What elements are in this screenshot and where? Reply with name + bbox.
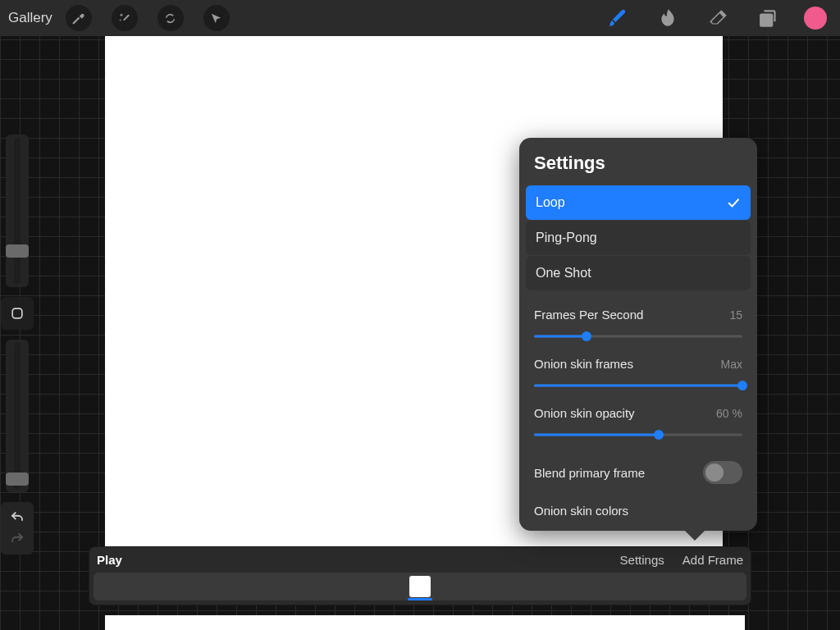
- magic-wand-icon[interactable]: [112, 5, 138, 31]
- toggle-switch[interactable]: [703, 461, 742, 484]
- onion-opacity-slider[interactable]: Onion skin opacity 60 %: [519, 395, 757, 445]
- current-frame-indicator: [408, 598, 432, 600]
- mode-pingpong[interactable]: Ping-Pong: [526, 221, 751, 255]
- animation-bar: Play Settings Add Frame: [89, 546, 751, 605]
- animation-settings-button[interactable]: Settings: [620, 553, 664, 567]
- add-frame-button[interactable]: Add Frame: [682, 553, 743, 567]
- fps-label: Frames Per Second: [534, 308, 643, 322]
- gallery-link[interactable]: Gallery: [8, 10, 52, 26]
- onion-skin-colors-row[interactable]: Onion skin colors: [519, 494, 757, 531]
- canvas-bottom-strip: [105, 615, 745, 630]
- mode-oneshot-label: One Shot: [536, 266, 591, 281]
- top-toolbar: Gallery: [0, 0, 840, 36]
- animation-settings-popover: Settings Loop Ping-Pong One Shot Frames …: [519, 138, 757, 531]
- play-button[interactable]: Play: [97, 553, 122, 567]
- playback-mode-group: Loop Ping-Pong One Shot: [519, 185, 757, 290]
- cursor-icon[interactable]: [203, 5, 230, 31]
- timeline[interactable]: [94, 573, 746, 600]
- blend-primary-toggle[interactable]: Blend primary frame: [519, 451, 757, 494]
- redo-icon[interactable]: [1, 528, 34, 550]
- onion-frames-slider[interactable]: Onion skin frames Max: [519, 346, 757, 395]
- layers-icon[interactable]: [751, 0, 788, 36]
- onion-frames-label: Onion skin frames: [534, 357, 633, 371]
- onion-frames-value: Max: [721, 358, 742, 371]
- fps-value: 15: [729, 308, 742, 322]
- opacity-slider[interactable]: [6, 340, 29, 492]
- blend-primary-label: Blend primary frame: [534, 466, 645, 480]
- undo-redo-group: [1, 502, 34, 555]
- brush-icon[interactable]: [599, 0, 635, 36]
- checkmark-icon: [726, 195, 741, 210]
- popover-title: Settings: [519, 138, 757, 185]
- frame-thumbnail[interactable]: [409, 576, 431, 597]
- modifier-button[interactable]: [1, 297, 34, 330]
- selection-icon[interactable]: [158, 5, 184, 31]
- fps-slider[interactable]: Frames Per Second 15: [519, 298, 757, 346]
- mode-pingpong-label: Ping-Pong: [536, 231, 597, 245]
- brush-size-slider[interactable]: [6, 135, 29, 287]
- color-swatch[interactable]: [804, 7, 827, 30]
- mode-loop-label: Loop: [536, 195, 565, 210]
- onion-opacity-value: 60 %: [716, 407, 742, 420]
- mode-oneshot[interactable]: One Shot: [526, 256, 751, 290]
- undo-icon[interactable]: [1, 507, 34, 528]
- svg-rect-0: [12, 308, 22, 318]
- onion-skin-colors-label: Onion skin colors: [534, 504, 628, 518]
- mode-loop[interactable]: Loop: [526, 185, 751, 220]
- left-tool-rail: [0, 135, 34, 555]
- onion-opacity-label: Onion skin opacity: [534, 406, 635, 420]
- wrench-icon[interactable]: [66, 5, 92, 31]
- smudge-icon[interactable]: [650, 0, 686, 36]
- eraser-icon[interactable]: [701, 0, 737, 36]
